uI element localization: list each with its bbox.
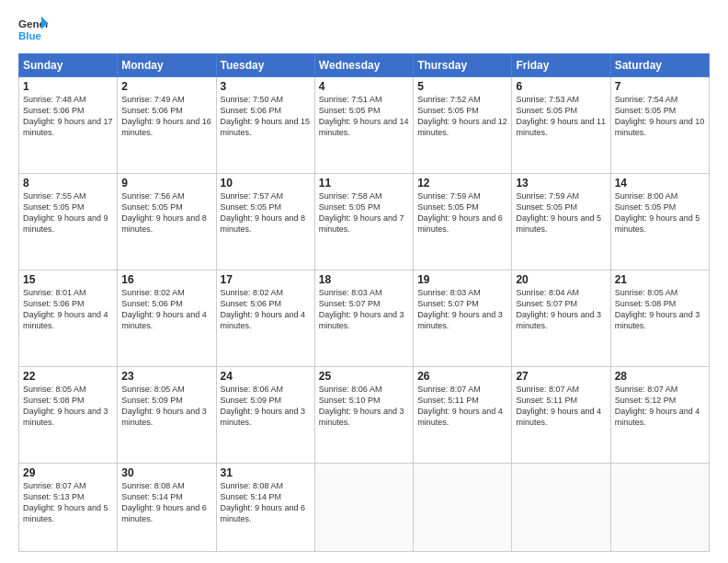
day-info: Sunrise: 8:03 AMSunset: 5:07 PMDaylight:… [319, 287, 409, 332]
day-info: Sunrise: 8:01 AMSunset: 5:06 PMDaylight:… [23, 287, 113, 332]
day-number: 8 [23, 177, 113, 190]
day-info: Sunrise: 8:08 AMSunset: 5:14 PMDaylight:… [221, 480, 311, 525]
calendar-body: 1Sunrise: 7:48 AMSunset: 5:06 PMDaylight… [19, 77, 710, 552]
day-info: Sunrise: 7:52 AMSunset: 5:05 PMDaylight:… [417, 94, 507, 139]
day-cell: 31Sunrise: 8:08 AMSunset: 5:14 PMDayligh… [216, 463, 314, 551]
day-number: 24 [221, 370, 311, 383]
day-info: Sunrise: 8:06 AMSunset: 5:09 PMDaylight:… [221, 384, 311, 429]
day-cell: 14Sunrise: 8:00 AMSunset: 5:05 PMDayligh… [610, 173, 709, 270]
day-number: 18 [319, 273, 409, 286]
day-info: Sunrise: 8:02 AMSunset: 5:06 PMDaylight:… [221, 287, 311, 332]
day-number: 31 [221, 466, 311, 479]
day-info: Sunrise: 7:49 AMSunset: 5:06 PMDaylight:… [121, 94, 211, 139]
day-info: Sunrise: 8:05 AMSunset: 5:08 PMDaylight:… [615, 287, 705, 332]
day-number: 11 [319, 177, 409, 190]
day-number: 22 [23, 370, 113, 383]
day-header-wednesday: Wednesday [314, 54, 413, 77]
day-number: 2 [121, 80, 211, 93]
day-header-thursday: Thursday [414, 54, 512, 77]
day-info: Sunrise: 7:50 AMSunset: 5:06 PMDaylight:… [221, 94, 311, 139]
svg-text:Blue: Blue [18, 30, 42, 41]
day-info: Sunrise: 7:59 AMSunset: 5:05 PMDaylight:… [516, 190, 606, 236]
page: General Blue SundayMondayTuesdayWednesda… [0, 0, 728, 563]
day-cell: 18Sunrise: 8:03 AMSunset: 5:07 PMDayligh… [314, 270, 413, 366]
day-info: Sunrise: 8:07 AMSunset: 5:11 PMDaylight:… [417, 384, 507, 429]
day-info: Sunrise: 7:58 AMSunset: 5:05 PMDaylight:… [319, 190, 409, 236]
day-info: Sunrise: 8:00 AMSunset: 5:05 PMDaylight:… [615, 190, 705, 236]
day-header-sunday: Sunday [19, 54, 118, 77]
day-number: 10 [221, 177, 311, 190]
day-info: Sunrise: 8:02 AMSunset: 5:06 PMDaylight:… [121, 287, 211, 332]
day-info: Sunrise: 7:57 AMSunset: 5:05 PMDaylight:… [221, 190, 311, 236]
calendar-header-row: SundayMondayTuesdayWednesdayThursdayFrid… [19, 54, 710, 77]
day-number: 16 [121, 273, 211, 286]
day-cell: 22Sunrise: 8:05 AMSunset: 5:08 PMDayligh… [19, 366, 118, 463]
day-number: 17 [221, 273, 311, 286]
day-number: 26 [417, 370, 507, 383]
day-cell: 30Sunrise: 8:08 AMSunset: 5:14 PMDayligh… [118, 463, 216, 551]
week-row-3: 15Sunrise: 8:01 AMSunset: 5:06 PMDayligh… [19, 270, 710, 366]
day-info: Sunrise: 8:06 AMSunset: 5:10 PMDaylight:… [319, 384, 409, 429]
day-cell: 29Sunrise: 8:07 AMSunset: 5:13 PMDayligh… [19, 463, 118, 551]
day-info: Sunrise: 8:07 AMSunset: 5:13 PMDaylight:… [23, 480, 113, 525]
day-info: Sunrise: 8:07 AMSunset: 5:11 PMDaylight:… [516, 384, 606, 429]
logo-icon: General Blue [18, 15, 48, 44]
week-row-1: 1Sunrise: 7:48 AMSunset: 5:06 PMDaylight… [19, 77, 710, 174]
day-number: 13 [516, 177, 606, 190]
day-number: 7 [615, 80, 705, 93]
week-row-5: 29Sunrise: 8:07 AMSunset: 5:13 PMDayligh… [19, 463, 710, 551]
day-info: Sunrise: 8:03 AMSunset: 5:07 PMDaylight:… [417, 287, 507, 332]
day-cell: 8Sunrise: 7:55 AMSunset: 5:05 PMDaylight… [19, 173, 118, 270]
day-cell: 2Sunrise: 7:49 AMSunset: 5:06 PMDaylight… [118, 77, 216, 174]
day-cell [512, 463, 610, 551]
day-number: 27 [516, 370, 606, 383]
day-header-saturday: Saturday [610, 54, 709, 77]
day-cell: 28Sunrise: 8:07 AMSunset: 5:12 PMDayligh… [610, 366, 709, 463]
day-number: 28 [615, 370, 705, 383]
day-info: Sunrise: 8:05 AMSunset: 5:08 PMDaylight:… [23, 384, 113, 429]
day-cell [414, 463, 512, 551]
day-info: Sunrise: 8:04 AMSunset: 5:07 PMDaylight:… [516, 287, 606, 332]
day-number: 23 [121, 370, 211, 383]
header: General Blue [18, 15, 710, 44]
day-cell: 1Sunrise: 7:48 AMSunset: 5:06 PMDaylight… [19, 77, 118, 174]
day-cell: 6Sunrise: 7:53 AMSunset: 5:05 PMDaylight… [512, 77, 610, 174]
day-number: 9 [121, 177, 211, 190]
day-cell: 15Sunrise: 8:01 AMSunset: 5:06 PMDayligh… [19, 270, 118, 366]
day-number: 21 [615, 273, 705, 286]
day-number: 5 [417, 80, 507, 93]
day-number: 14 [615, 177, 705, 190]
day-cell [610, 463, 709, 551]
day-cell: 26Sunrise: 8:07 AMSunset: 5:11 PMDayligh… [414, 366, 512, 463]
day-info: Sunrise: 7:54 AMSunset: 5:05 PMDaylight:… [615, 94, 705, 139]
day-info: Sunrise: 8:08 AMSunset: 5:14 PMDaylight:… [121, 480, 211, 525]
day-info: Sunrise: 7:56 AMSunset: 5:05 PMDaylight:… [121, 190, 211, 236]
day-number: 3 [221, 80, 311, 93]
logo: General Blue [18, 15, 48, 44]
day-info: Sunrise: 7:53 AMSunset: 5:05 PMDaylight:… [516, 94, 606, 139]
day-info: Sunrise: 7:48 AMSunset: 5:06 PMDaylight:… [23, 94, 113, 139]
day-number: 6 [516, 80, 606, 93]
week-row-4: 22Sunrise: 8:05 AMSunset: 5:08 PMDayligh… [19, 366, 710, 463]
day-cell: 9Sunrise: 7:56 AMSunset: 5:05 PMDaylight… [118, 173, 216, 270]
day-cell: 13Sunrise: 7:59 AMSunset: 5:05 PMDayligh… [512, 173, 610, 270]
day-number: 15 [23, 273, 113, 286]
day-cell: 17Sunrise: 8:02 AMSunset: 5:06 PMDayligh… [216, 270, 314, 366]
day-number: 25 [319, 370, 409, 383]
day-cell: 12Sunrise: 7:59 AMSunset: 5:05 PMDayligh… [414, 173, 512, 270]
day-cell: 20Sunrise: 8:04 AMSunset: 5:07 PMDayligh… [512, 270, 610, 366]
calendar-table: SundayMondayTuesdayWednesdayThursdayFrid… [18, 53, 710, 552]
day-info: Sunrise: 7:55 AMSunset: 5:05 PMDaylight:… [23, 190, 113, 236]
day-cell: 3Sunrise: 7:50 AMSunset: 5:06 PMDaylight… [216, 77, 314, 174]
day-cell: 4Sunrise: 7:51 AMSunset: 5:05 PMDaylight… [314, 77, 413, 174]
day-cell: 21Sunrise: 8:05 AMSunset: 5:08 PMDayligh… [610, 270, 709, 366]
day-cell [314, 463, 413, 551]
week-row-2: 8Sunrise: 7:55 AMSunset: 5:05 PMDaylight… [19, 173, 710, 270]
day-cell: 19Sunrise: 8:03 AMSunset: 5:07 PMDayligh… [414, 270, 512, 366]
day-info: Sunrise: 8:05 AMSunset: 5:09 PMDaylight:… [121, 384, 211, 429]
day-header-tuesday: Tuesday [216, 54, 314, 77]
day-header-friday: Friday [512, 54, 610, 77]
day-number: 19 [417, 273, 507, 286]
day-cell: 10Sunrise: 7:57 AMSunset: 5:05 PMDayligh… [216, 173, 314, 270]
day-cell: 11Sunrise: 7:58 AMSunset: 5:05 PMDayligh… [314, 173, 413, 270]
